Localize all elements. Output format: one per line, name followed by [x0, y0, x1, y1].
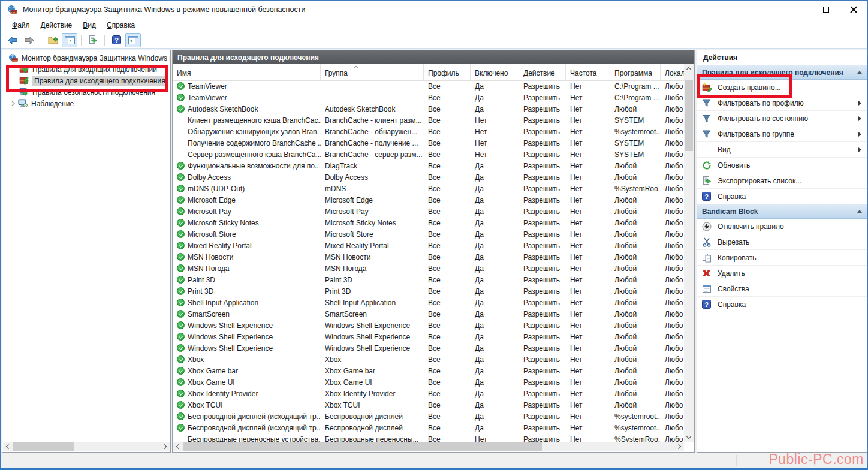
- table-row[interactable]: Беспроводные переносные устройства...Бес…: [173, 433, 685, 442]
- action-item-фильтровать-по-профилю[interactable]: Фильтровать по профилю: [697, 95, 867, 111]
- scroll-right-arrow[interactable]: [160, 442, 170, 451]
- export-list-button[interactable]: [85, 33, 101, 47]
- tree-horizontal-scrollbar[interactable]: [3, 442, 170, 451]
- action-item-фильтровать-по-состоянию[interactable]: Фильтровать по состоянию: [697, 111, 867, 126]
- menu-file[interactable]: Файл: [7, 20, 35, 31]
- scroll-thumb[interactable]: [13, 442, 74, 451]
- table-row[interactable]: Беспроводной дисплей (исходящий тр...Бес…: [173, 411, 685, 422]
- menu-view[interactable]: Вид: [77, 20, 101, 31]
- scroll-left-arrow[interactable]: [173, 442, 183, 451]
- help-button[interactable]: ?: [108, 33, 124, 47]
- table-row[interactable]: Paint 3DPaint 3DВсеДаРазрешитьНетЛюбойЛю…: [173, 274, 685, 285]
- scroll-left-arrow[interactable]: [3, 442, 13, 451]
- list-vertical-scrollbar[interactable]: [684, 64, 694, 442]
- menu-help[interactable]: Справка: [101, 20, 140, 31]
- table-row[interactable]: Windows Shell ExperienceWindows Shell Ex…: [173, 342, 685, 354]
- back-button[interactable]: [5, 33, 20, 47]
- table-row[interactable]: XboxXboxВсеДаРазрешитьНетЛюбойЛюбо: [173, 354, 685, 365]
- rule-cell: Любо: [661, 287, 685, 296]
- rule-cell: Нет: [566, 287, 610, 296]
- rule-enabled-icon: [177, 196, 185, 204]
- expand-chevron-icon[interactable]: [8, 100, 18, 108]
- tree-item-outbound-rules[interactable]: Правила для исходящего подключения: [2, 75, 170, 86]
- table-row[interactable]: Получение содержимого BranchCache ...Bra…: [173, 137, 685, 149]
- scroll-thumb[interactable]: [685, 80, 693, 151]
- table-row[interactable]: Windows Shell ExperienceWindows Shell Ex…: [173, 320, 685, 331]
- console-tree-toggle-button[interactable]: [62, 33, 77, 47]
- table-row[interactable]: Print 3DPrint 3DВсеДаРазрешитьНетЛюбойЛю…: [173, 285, 685, 297]
- table-row[interactable]: Сервер размещенного кэша BranchCa...Bran…: [173, 149, 685, 160]
- column-header-profile[interactable]: Профиль: [424, 64, 471, 80]
- table-row[interactable]: Клиент размещенного кэша BranchCac...Bra…: [173, 115, 685, 126]
- action-item-копировать[interactable]: Копировать: [697, 250, 867, 266]
- table-row[interactable]: Shell Input ApplicationShell Input Appli…: [173, 297, 685, 308]
- action-item-справка[interactable]: ?Справка: [697, 189, 867, 204]
- table-row[interactable]: Microsoft PayMicrosoft PayВсеДаРазрешить…: [173, 206, 685, 217]
- action-item-отключить-правило[interactable]: Отключить правило: [697, 219, 867, 234]
- table-row[interactable]: Dolby AccessDolby AccessВсеДаРазрешитьНе…: [173, 171, 685, 183]
- table-row[interactable]: Microsoft EdgeMicrosoft EdgeВсеДаРазреши…: [173, 194, 685, 206]
- table-row[interactable]: Обнаружение кэширующих узлов Bran...Bran…: [173, 126, 685, 137]
- scroll-right-arrow[interactable]: [674, 442, 684, 451]
- column-header-name[interactable]: Имя: [173, 64, 321, 80]
- actions-section-header-bandicam[interactable]: Bandicam Block: [697, 204, 867, 219]
- action-item-создать-правило[interactable]: Создать правило...: [697, 80, 867, 95]
- minimize-button[interactable]: [785, 1, 812, 19]
- action-pane-toggle-button[interactable]: [125, 33, 141, 47]
- action-item-обновить[interactable]: Обновить: [697, 158, 867, 173]
- table-row[interactable]: Функциональные возможности для по...Diag…: [173, 160, 685, 171]
- rule-cell: Все: [424, 219, 471, 227]
- tree-item-connection-security-rules[interactable]: Правила безопасности подключения: [2, 86, 170, 98]
- rule-cell: SYSTEM: [610, 139, 661, 147]
- action-item-свойства[interactable]: Свойства: [697, 281, 867, 297]
- action-item-удалить[interactable]: Удалить: [697, 266, 867, 281]
- scroll-up-arrow[interactable]: [684, 64, 694, 74]
- list-horizontal-scrollbar[interactable]: [173, 442, 684, 451]
- up-level-button[interactable]: [45, 33, 61, 47]
- rule-cell: Нет: [566, 128, 610, 136]
- column-header-local[interactable]: Локал: [661, 64, 685, 80]
- rule-cell: Все: [424, 424, 471, 432]
- table-row[interactable]: Xbox Game UIXbox Game UIВсеДаРазрешитьНе…: [173, 376, 685, 388]
- table-row[interactable]: TeamViewerВсеДаРазрешитьНетC:\Program ..…: [173, 92, 685, 103]
- table-row[interactable]: Xbox TCUIXbox TCUIВсеДаРазрешитьНетЛюбой…: [173, 399, 685, 411]
- table-row[interactable]: Microsoft StoreMicrosoft StoreВсеДаРазре…: [173, 228, 685, 240]
- action-item-справка[interactable]: ?Справка: [697, 297, 867, 312]
- table-row[interactable]: mDNS (UDP-Out)mDNSВсеДаРазрешитьНет%Syst…: [173, 183, 685, 194]
- column-header-enabled[interactable]: Включено: [471, 64, 519, 80]
- table-row[interactable]: Autodesk SketchBookAutodesk SketchBookВс…: [173, 103, 685, 115]
- table-row[interactable]: Microsoft Sticky NotesMicrosoft Sticky N…: [173, 217, 685, 228]
- collapse-arrow-icon[interactable]: [857, 210, 862, 213]
- forward-button[interactable]: [22, 33, 37, 47]
- column-header-group[interactable]: Группа: [321, 64, 424, 80]
- scroll-down-arrow[interactable]: [684, 432, 694, 442]
- collapse-arrow-icon[interactable]: [857, 71, 862, 74]
- table-row[interactable]: TeamViewerВсеДаРазрешитьНетC:\Program ..…: [173, 80, 685, 92]
- action-item-экспортировать-список[interactable]: Экспортировать список...: [697, 173, 867, 189]
- table-row[interactable]: Xbox Identity ProviderXbox Identity Prov…: [173, 388, 685, 399]
- column-header-action[interactable]: Действие: [519, 64, 566, 80]
- action-item-вид[interactable]: Вид: [697, 142, 867, 158]
- table-row[interactable]: MSN НовостиMSN НовостиВсеДаРазрешитьНетЛ…: [173, 251, 685, 263]
- tree-item-monitoring[interactable]: Наблюдение: [2, 98, 170, 109]
- maximize-button[interactable]: [812, 1, 840, 19]
- action-item-фильтровать-по-группе[interactable]: Фильтровать по группе: [697, 126, 867, 142]
- rule-cell: Нет: [566, 390, 610, 398]
- column-header-program[interactable]: Программа: [610, 64, 661, 80]
- column-header-freq[interactable]: Частота: [566, 64, 610, 80]
- table-row[interactable]: Windows Shell ExperienceWindows Shell Ex…: [173, 331, 685, 342]
- actions-section-header-outbound[interactable]: Правила для исходящего подключения: [697, 65, 867, 80]
- tree-root-firewall-monitor[interactable]: Монитор брандмауэра Защитника Windows в: [2, 52, 170, 64]
- table-row[interactable]: Беспроводной дисплей (исходящий тр...Бес…: [173, 422, 685, 433]
- table-row[interactable]: SmartScreenSmartScreenВсеДаРазрешитьНетЛ…: [173, 308, 685, 320]
- menu-action[interactable]: Действие: [35, 20, 78, 31]
- scroll-thumb[interactable]: [183, 442, 542, 451]
- table-row[interactable]: Mixed Reality PortalMixed Reality Portal…: [173, 240, 685, 251]
- firewall-monitor-icon: [8, 53, 19, 62]
- rule-cell: Нет: [566, 355, 610, 364]
- close-button[interactable]: [840, 1, 867, 19]
- table-row[interactable]: MSN ПогодаMSN ПогодаВсеДаРазрешитьНетЛюб…: [173, 263, 685, 274]
- action-item-вырезать[interactable]: Вырезать: [697, 234, 867, 250]
- tree-item-inbound-rules[interactable]: Правила для входящих подключений: [2, 64, 170, 75]
- table-row[interactable]: Xbox Game barXbox Game barВсеДаРазрешить…: [173, 365, 685, 376]
